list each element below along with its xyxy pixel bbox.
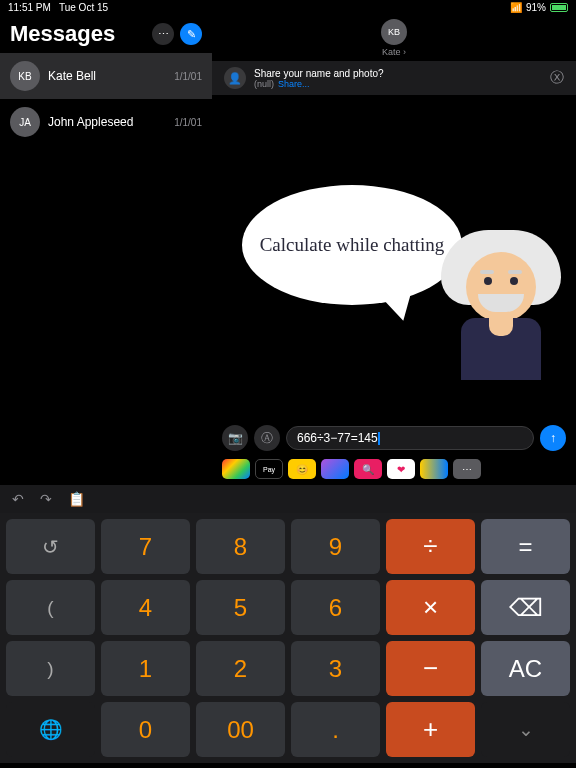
key-🌐[interactable]: 🌐 [6, 702, 95, 757]
key-⌄[interactable]: ⌄ [481, 702, 570, 757]
more-apps[interactable]: ⋯ [453, 459, 481, 479]
key-−[interactable]: − [386, 641, 475, 696]
chat-content: KB Kate › 👤 Share your name and photo? (… [212, 15, 576, 485]
profile-icon: 👤 [224, 67, 246, 89]
appstore-button[interactable]: Ⓐ [254, 425, 280, 451]
conversation-item[interactable]: JAJohn Appleseed1/1/01 [0, 99, 212, 145]
sidebar: Messages ⋯ ✎ KBKate Bell1/1/01JAJohn App… [0, 15, 212, 485]
key-.[interactable]: . [291, 702, 380, 757]
key-8[interactable]: 8 [196, 519, 285, 574]
key-5[interactable]: 5 [196, 580, 285, 635]
chat-header[interactable]: KB Kate › [212, 15, 576, 61]
camera-button[interactable]: 📷 [222, 425, 248, 451]
messages-title: Messages [10, 21, 115, 47]
photos-app[interactable] [222, 459, 250, 479]
key-0[interactable]: 0 [101, 702, 190, 757]
compose-button[interactable]: ✎ [180, 23, 202, 45]
app-4[interactable] [321, 459, 349, 479]
battery-icon [550, 3, 568, 12]
key-4[interactable]: 4 [101, 580, 190, 635]
share-link[interactable]: Share... [278, 79, 310, 89]
key-9[interactable]: 9 [291, 519, 380, 574]
key-+[interactable]: + [386, 702, 475, 757]
key-÷[interactable]: ÷ [386, 519, 475, 574]
key-7[interactable]: 7 [101, 519, 190, 574]
apple-pay-app[interactable]: Pay [255, 459, 283, 479]
message-input[interactable]: 666÷3−77=145 [286, 426, 534, 450]
more-button[interactable]: ⋯ [152, 23, 174, 45]
key-AC[interactable]: AC [481, 641, 570, 696]
app-strip: Pay 😊 🔍 ❤ ⋯ [212, 456, 576, 485]
chat-avatar: KB [381, 19, 407, 45]
app-3[interactable]: 😊 [288, 459, 316, 479]
avatar: KB [10, 61, 40, 91]
keyboard-toolbar: ↶ ↷ 📋 [0, 485, 576, 513]
undo-button[interactable]: ↶ [12, 491, 24, 507]
status-bar: 11:51 PM Tue Oct 15 📶91% [0, 0, 576, 15]
conversation-item[interactable]: KBKate Bell1/1/01 [0, 53, 212, 99]
key-)[interactable]: ) [6, 641, 95, 696]
speech-bubble: Calculate while chatting [242, 185, 462, 305]
key-×[interactable]: × [386, 580, 475, 635]
send-button[interactable]: ↑ [540, 425, 566, 451]
key-1[interactable]: 1 [101, 641, 190, 696]
key-00[interactable]: 00 [196, 702, 285, 757]
avatar: JA [10, 107, 40, 137]
redo-button[interactable]: ↷ [40, 491, 52, 507]
key-↺[interactable]: ↺ [6, 519, 95, 574]
key-⌫[interactable]: ⌫ [481, 580, 570, 635]
app-5[interactable]: 🔍 [354, 459, 382, 479]
key-=[interactable]: = [481, 519, 570, 574]
app-6[interactable]: ❤ [387, 459, 415, 479]
paste-button[interactable]: 📋 [68, 491, 85, 507]
calculator-keyboard: ↺789÷=(456×⌫)123−AC🌐000.+⌄ [0, 513, 576, 763]
share-banner: 👤 Share your name and photo? (null)Share… [212, 61, 576, 95]
app-7[interactable] [420, 459, 448, 479]
key-([interactable]: ( [6, 580, 95, 635]
key-6[interactable]: 6 [291, 580, 380, 635]
key-2[interactable]: 2 [196, 641, 285, 696]
close-banner[interactable]: ⓧ [550, 69, 564, 87]
key-3[interactable]: 3 [291, 641, 380, 696]
einstein-character [436, 230, 566, 380]
